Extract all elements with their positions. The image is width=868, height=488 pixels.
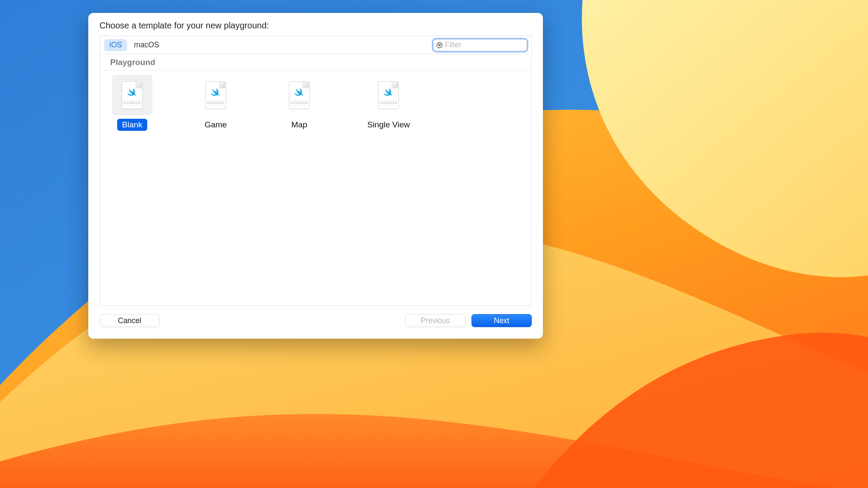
filter-icon (436, 41, 443, 49)
platform-tab-ios[interactable]: iOS (104, 39, 127, 51)
cancel-button[interactable]: Cancel (99, 314, 160, 327)
template-item-blank[interactable]: PLAYGROUND Blank (112, 75, 152, 131)
doc-icon-label: PLAYGROUND (378, 99, 398, 106)
template-label: Single View (363, 119, 415, 131)
next-button[interactable]: Next (471, 314, 532, 327)
panel-toolbar: iOS macOS (100, 36, 531, 54)
template-item-map[interactable]: PLAYGROUND Map (279, 75, 319, 131)
filter-field[interactable] (433, 39, 527, 51)
playground-document-icon: PLAYGROUND (289, 81, 310, 109)
template-panel: iOS macOS Playground PLAYGROUND (99, 36, 532, 306)
new-playground-sheet: Choose a template for your new playgroun… (88, 13, 543, 339)
template-icon-wrap: PLAYGROUND (112, 75, 152, 115)
doc-icon-label: PLAYGROUND (206, 99, 226, 106)
template-icon-wrap: PLAYGROUND (195, 75, 236, 115)
template-label: Blank (117, 119, 147, 131)
doc-icon-label: PLAYGROUND (289, 99, 309, 106)
sheet-title: Choose a template for your new playgroun… (99, 21, 532, 31)
template-icon-wrap: PLAYGROUND (368, 75, 409, 115)
sheet-buttons-row: Cancel Previous Next (99, 311, 532, 330)
playground-document-icon: PLAYGROUND (205, 81, 226, 109)
template-icon-wrap: PLAYGROUND (279, 75, 319, 115)
doc-icon-label: PLAYGROUND (122, 99, 142, 106)
section-heading-playground: Playground (100, 54, 531, 71)
previous-button: Previous (405, 314, 465, 327)
platform-tab-macos[interactable]: macOS (129, 39, 164, 51)
templates-area: PLAYGROUND Blank PLAYGROUND Game (100, 71, 531, 306)
templates-row: PLAYGROUND Blank PLAYGROUND Game (112, 75, 519, 131)
filter-input[interactable] (443, 40, 532, 49)
template-label: Map (287, 119, 312, 131)
playground-document-icon: PLAYGROUND (122, 81, 143, 109)
platform-tabs: iOS macOS (104, 39, 164, 51)
template-item-game[interactable]: PLAYGROUND Game (195, 75, 236, 131)
playground-document-icon: PLAYGROUND (378, 81, 399, 109)
template-item-single-view[interactable]: PLAYGROUND Single View (363, 75, 415, 131)
template-label: Game (200, 119, 232, 131)
